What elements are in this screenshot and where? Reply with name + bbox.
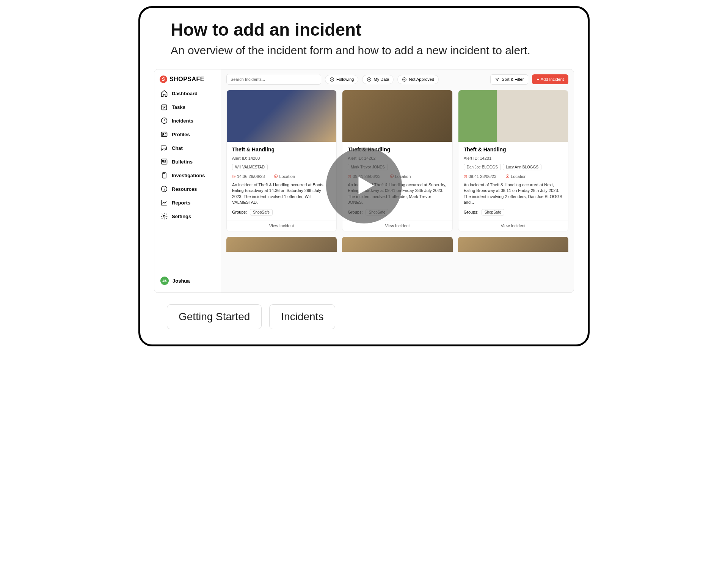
id-card-icon (160, 131, 168, 138)
funnel-icon (495, 77, 500, 82)
clipboard-icon (160, 171, 168, 179)
view-incident-link[interactable]: View Incident (458, 220, 568, 231)
svg-point-11 (403, 77, 406, 81)
category-tags: Getting Started Incidents (167, 304, 576, 329)
group-tag[interactable]: ShopSafe (250, 209, 273, 215)
incident-thumbnail (226, 237, 337, 252)
svg-point-10 (367, 77, 371, 81)
incident-thumbnail (227, 90, 336, 142)
sidebar-label: Incidents (172, 118, 193, 124)
view-incident-link[interactable]: View Incident (227, 220, 336, 231)
check-circle-icon (329, 77, 334, 82)
filter-notapproved[interactable]: Not Approved (397, 75, 439, 84)
tag-incidents[interactable]: Incidents (269, 304, 335, 329)
play-button[interactable] (326, 148, 402, 223)
filter-label: My Data (373, 77, 389, 82)
home-icon (160, 90, 168, 97)
current-user[interactable]: JB Joshua (157, 274, 218, 288)
sidebar-item-profiles[interactable]: Profiles (157, 128, 218, 141)
clock-icon: ◷ (464, 174, 468, 179)
search-input[interactable] (226, 74, 321, 85)
calendar-check-icon (160, 103, 168, 111)
sidebar-nav: Dashboard Tasks Incidents Profiles Chat … (157, 87, 218, 223)
gear-icon (160, 212, 168, 220)
incident-description: An incident of Theft & Handling occurred… (464, 182, 563, 206)
newspaper-icon (160, 158, 168, 165)
incident-title: Theft & Handling (232, 146, 331, 153)
filter-following[interactable]: Following (325, 75, 358, 84)
sidebar-label: Investigations (172, 173, 205, 178)
filter-label: Following (336, 77, 354, 82)
sidebar: S SHOPSAFE Dashboard Tasks Incidents Pro… (154, 69, 221, 292)
offender-tag[interactable]: Will VALMESTAD (232, 164, 268, 170)
sidebar-label: Resources (172, 186, 197, 192)
alert-circle-icon (160, 117, 168, 124)
pin-icon: ⦿ (505, 174, 510, 179)
sidebar-item-reports[interactable]: Reports (157, 196, 218, 209)
svg-point-8 (163, 215, 165, 217)
logo-mark-icon: S (160, 75, 167, 83)
button-label: Sort & Filter (502, 77, 524, 82)
incident-thumbnail (458, 237, 568, 252)
incident-card[interactable]: Theft & Handling Alert ID: 14201 Dan Joe… (458, 90, 568, 231)
incident-title: Theft & Handling (464, 146, 563, 153)
button-label: Add Incident (541, 77, 564, 82)
svg-rect-0 (162, 105, 166, 110)
incident-grid-row2 (226, 237, 568, 252)
brand-logo[interactable]: S SHOPSAFE (157, 74, 218, 87)
sidebar-item-investigations[interactable]: Investigations (157, 169, 218, 182)
sidebar-label: Bulletins (172, 159, 193, 165)
avatar: JB (160, 277, 169, 285)
chat-icon (160, 144, 168, 152)
sidebar-item-dashboard[interactable]: Dashboard (157, 87, 218, 100)
info-icon (160, 185, 168, 193)
incident-thumbnail (342, 237, 452, 252)
incident-description: An incident of Theft & Handling occurred… (232, 182, 331, 206)
sort-filter-button[interactable]: Sort & Filter (490, 74, 528, 85)
incident-location: Location (511, 174, 527, 179)
incident-time: 09:41 28/06/23 (469, 174, 496, 179)
svg-point-3 (163, 134, 164, 135)
app-screenshot: S SHOPSAFE Dashboard Tasks Incidents Pro… (154, 69, 574, 293)
brand-text: SHOPSAFE (169, 76, 204, 83)
svg-point-9 (330, 77, 334, 81)
svg-rect-2 (162, 132, 167, 137)
plus-icon: + (537, 77, 539, 82)
incident-thumbnail (458, 90, 568, 142)
sidebar-label: Tasks (172, 104, 185, 110)
user-name: Joshua (173, 278, 190, 284)
document-card: How to add an incident An overview of th… (138, 6, 590, 346)
add-incident-button[interactable]: +Add Incident (532, 74, 568, 84)
tag-getting-started[interactable]: Getting Started (167, 304, 262, 329)
incident-id: Alert ID: 14201 (464, 156, 563, 160)
sidebar-item-chat[interactable]: Chat (157, 142, 218, 154)
incident-card[interactable]: Theft & Handling Alert ID: 14203 Will VA… (226, 90, 337, 231)
group-tag[interactable]: ShopSafe (482, 209, 504, 215)
incident-location: Location (279, 174, 295, 179)
check-circle-icon (367, 77, 372, 82)
sidebar-item-incidents[interactable]: Incidents (157, 114, 218, 127)
offender-tag[interactable]: Lucy Ann BLOGGS (503, 164, 541, 170)
sidebar-label: Settings (172, 214, 191, 219)
sidebar-label: Profiles (172, 132, 190, 137)
sidebar-item-resources[interactable]: Resources (157, 182, 218, 195)
play-icon (351, 172, 377, 199)
filter-mydata[interactable]: My Data (362, 75, 394, 84)
chart-line-icon (160, 199, 168, 206)
sidebar-label: Chat (172, 145, 183, 151)
sidebar-item-settings[interactable]: Settings (157, 210, 218, 223)
clock-icon: ◷ (232, 174, 236, 179)
check-circle-icon (402, 77, 407, 82)
incident-id: Alert ID: 14203 (232, 156, 331, 160)
offender-tag[interactable]: Dan Joe BLOGGS (464, 164, 501, 170)
sidebar-label: Dashboard (172, 91, 198, 96)
toolbar: Following My Data Not Approved Sort & Fi… (226, 74, 568, 85)
filter-label: Not Approved (409, 77, 434, 82)
sidebar-item-tasks[interactable]: Tasks (157, 101, 218, 113)
incident-thumbnail (342, 90, 452, 142)
page-subtitle: An overview of the incident form and how… (171, 43, 561, 58)
groups-label: Groups: (464, 210, 479, 214)
incident-time: 14:36 29/06/23 (237, 174, 265, 179)
incident-grid: Theft & Handling Alert ID: 14203 Will VA… (226, 90, 568, 231)
sidebar-item-bulletins[interactable]: Bulletins (157, 155, 218, 168)
